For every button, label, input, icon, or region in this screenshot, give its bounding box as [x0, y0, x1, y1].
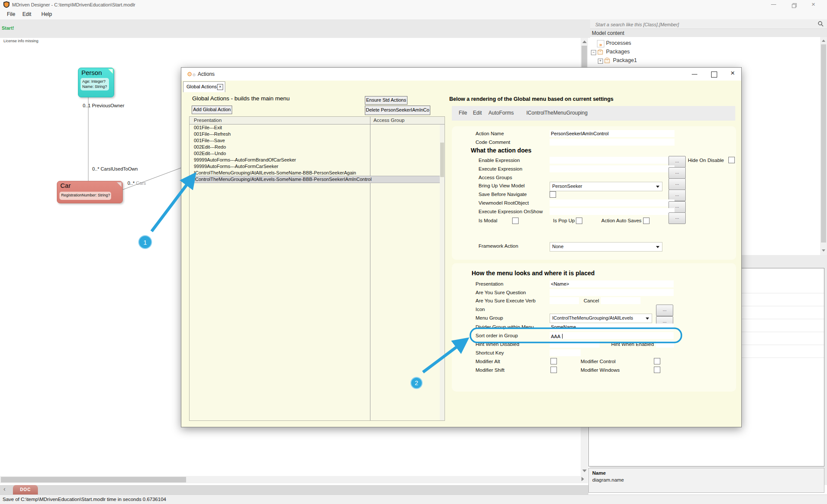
list-scroll-thumb[interactable]	[440, 143, 444, 177]
menu-help[interactable]: Help	[41, 11, 52, 17]
assoc-label-cars[interactable]: 0..* Cars	[127, 180, 146, 186]
execute-expression-onshow-field[interactable]	[550, 208, 675, 215]
list-item[interactable]: 001File---Save	[190, 137, 445, 144]
dialog-maximize-button[interactable]	[711, 72, 717, 78]
collapse-icon[interactable]: −	[591, 50, 596, 55]
close-button[interactable]: ×	[811, 0, 815, 9]
hint-when-disabled-field[interactable]	[550, 341, 600, 348]
is-modal-checkbox[interactable]	[512, 218, 519, 224]
list-item[interactable]: 99999AutoForms---AutoFormBrandOfCarSeeke…	[190, 157, 445, 163]
search-bar[interactable]	[590, 19, 827, 29]
execute-expression-label: Execute Expression	[479, 166, 522, 171]
tree-vscrollbar[interactable]	[820, 37, 827, 255]
list-item-selected[interactable]: IControlTheMenuGrouping/AtAllLevels-Some…	[190, 176, 445, 183]
modifier-control-label: Modifier Control	[581, 359, 616, 364]
icon-label: Icon	[476, 307, 485, 312]
tree-item-package1[interactable]: + Package1	[590, 57, 719, 65]
list-item[interactable]: 001File---Exit	[190, 124, 445, 131]
list-item[interactable]: 002Edit---Redo	[190, 144, 445, 150]
execute-expression-ellipsis-button[interactable]: ...	[668, 167, 686, 179]
package-icon	[604, 57, 610, 65]
action-auto-saves-label: Action Auto Saves	[601, 218, 641, 223]
icon-ellipsis-button[interactable]: ...	[656, 305, 673, 316]
tree-scroll-thumb[interactable]	[821, 44, 826, 243]
dialog-title-bar[interactable]: ⚙⚙ Actions ×	[181, 68, 741, 81]
search-input[interactable]	[590, 19, 820, 29]
add-global-action-button[interactable]: Add Global Action	[192, 106, 232, 114]
tab-global-actions[interactable]: Global Actions ✕	[183, 81, 225, 92]
presentation-field[interactable]: <Name>	[550, 280, 674, 287]
minimize-button[interactable]	[771, 4, 776, 5]
menu-group-dropdown[interactable]: IControlTheMenuGrouping/AtAllLevels	[550, 314, 652, 323]
col-access-group[interactable]: Access Group	[373, 118, 404, 123]
access-groups-ellipsis-button[interactable]: ...	[668, 178, 686, 190]
modifier-shift-checkbox[interactable]	[550, 367, 557, 373]
scroll-down-icon[interactable]	[582, 470, 587, 472]
expand-icon[interactable]: +	[598, 59, 603, 64]
class-box-person[interactable]: Person Age: Integer? Name: String?	[78, 68, 114, 97]
tree-item-processes[interactable]: » Processes	[590, 40, 719, 47]
is-pop-up-checkbox[interactable]	[576, 218, 582, 224]
preview-menu-grouping[interactable]: IControlTheMenuGrouping	[526, 110, 588, 116]
action-name-field[interactable]: PersonSeekerIAmInControl	[550, 130, 675, 137]
assoc-label-previous-owner[interactable]: 0..1 PreviousOwner	[83, 103, 124, 108]
assoc-label-cars-used[interactable]: 0..* CarsIUsedToOwn	[92, 166, 138, 171]
execute-expression-onshow-label: Execute Expression OnShow	[479, 209, 543, 214]
list-item[interactable]: 001File---Refresh	[190, 131, 445, 137]
framework-action-dropdown[interactable]: None	[550, 242, 662, 252]
list-item[interactable]: IControlTheMenuGrouping/AtAllLevels-Some…	[190, 170, 445, 176]
execute-expression-onshow-ellipsis-button[interactable]: ...	[668, 212, 686, 224]
list-item[interactable]: 002Edit---Undo	[190, 150, 445, 157]
tabs-scroll-left-icon[interactable]: ‹	[3, 485, 6, 492]
attribute-registration: RegistrationNumber: String?	[61, 193, 111, 197]
canvas-hscrollbar[interactable]	[0, 476, 588, 483]
modifier-windows-checkbox[interactable]	[654, 367, 660, 373]
list-vscrollbar[interactable]	[440, 124, 445, 420]
divider-group-field[interactable]: SomeName	[550, 324, 674, 330]
doc-tab[interactable]: DOC	[13, 485, 38, 495]
hint-when-enabled-field[interactable]	[656, 341, 674, 348]
tab-close-icon[interactable]: ✕	[217, 84, 223, 90]
modifier-alt-checkbox[interactable]	[550, 358, 557, 364]
start-label[interactable]: Start!	[2, 25, 14, 31]
menu-edit[interactable]: Edit	[22, 11, 31, 17]
viewmodel-rootobject-field[interactable]	[550, 199, 675, 206]
execute-expression-field[interactable]	[550, 165, 675, 172]
restore-button[interactable]	[792, 2, 797, 10]
col-presentation[interactable]: Presentation	[194, 118, 222, 123]
class-title: Car	[60, 182, 71, 189]
preview-menu-edit[interactable]: Edit	[473, 110, 482, 116]
package-icon	[597, 49, 603, 57]
save-before-navigate-checkbox[interactable]	[550, 191, 556, 198]
preview-menu-file[interactable]: File	[459, 110, 467, 116]
list-item[interactable]: 99999AutoForms---AutoFormCarSeeker	[190, 163, 445, 170]
scroll-up-icon[interactable]	[822, 40, 825, 42]
dialog-close-button[interactable]: ×	[731, 69, 735, 78]
scroll-down-icon[interactable]	[822, 249, 825, 252]
scroll-up-icon[interactable]	[582, 40, 587, 43]
code-comment-field[interactable]	[550, 139, 675, 146]
scroll-right-icon[interactable]	[581, 477, 584, 481]
sort-order-field[interactable]: AAA	[550, 332, 674, 339]
bring-up-view-model-dropdown[interactable]: PersonSeeker	[550, 182, 662, 191]
action-auto-saves-checkbox[interactable]	[643, 218, 650, 224]
tab-label: Global Actions	[187, 84, 217, 89]
execute-verb-field[interactable]	[550, 297, 579, 304]
actions-list[interactable]: Presentation Access Group 001File---Exit…	[189, 116, 445, 421]
class-box-car[interactable]: Car RegistrationNumber: String?	[57, 181, 123, 203]
menu-file[interactable]: File	[7, 11, 15, 17]
shortcut-key-field[interactable]	[550, 349, 581, 356]
ensure-std-actions-button[interactable]: Ensure Std Actions	[365, 96, 407, 105]
search-icon[interactable]	[818, 21, 824, 27]
action-name-label: Action Name	[476, 131, 504, 136]
dialog-minimize-button[interactable]	[692, 74, 697, 75]
hide-on-disable-checkbox[interactable]	[728, 157, 735, 163]
hscroll-thumb[interactable]	[1, 477, 186, 482]
modifier-control-checkbox[interactable]	[654, 358, 660, 364]
enable-expression-field[interactable]	[550, 157, 675, 164]
are-you-sure-question-field[interactable]	[550, 289, 674, 296]
tree-item-packages[interactable]: − Packages	[590, 48, 719, 56]
cancel-verb-field[interactable]	[601, 297, 640, 304]
preview-menu-autoforms[interactable]: AutoForms	[488, 110, 514, 116]
delete-action-button[interactable]: Delete PersonSeekerIAmInCo	[365, 106, 430, 115]
